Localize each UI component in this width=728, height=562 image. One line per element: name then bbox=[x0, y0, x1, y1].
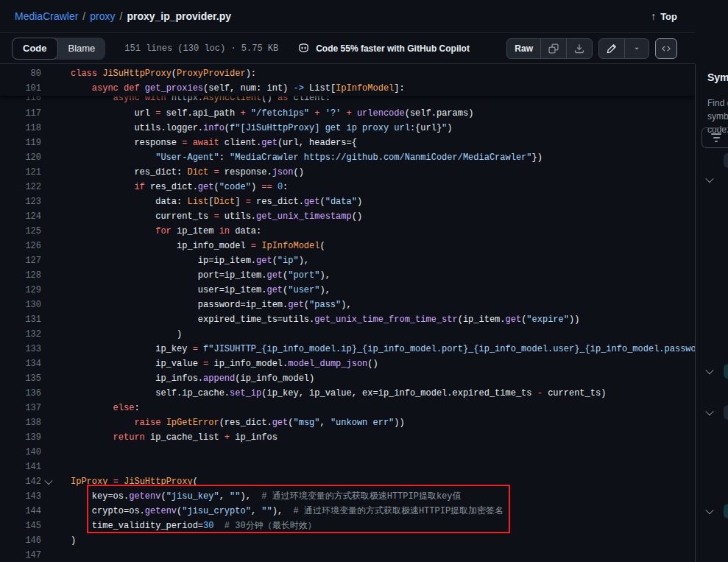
symbol-list-item[interactable] bbox=[702, 404, 728, 421]
line-number[interactable]: 140 bbox=[0, 445, 41, 460]
code-text: crypto=os.getenv("jisu_crypto", ""), # 通… bbox=[56, 504, 503, 519]
code-line-138: 138 raise IpGetError(res_dict.get("msg",… bbox=[0, 415, 695, 430]
line-number[interactable]: 144 bbox=[0, 504, 41, 519]
code-line-123: 123 data: List[Dict] = res_dict.get("dat… bbox=[0, 194, 695, 209]
breadcrumb-bar: MediaCrawler / proxy / proxy_ip_provider… bbox=[0, 0, 695, 33]
line-number[interactable]: 130 bbox=[0, 298, 41, 312]
symbol-pill[interactable] bbox=[724, 405, 728, 420]
copilot-banner[interactable]: Code 55% faster with GitHub Copilot bbox=[297, 42, 470, 55]
line-number[interactable]: 128 bbox=[0, 268, 41, 283]
line-number[interactable]: 139 bbox=[0, 430, 41, 445]
line-number[interactable]: 135 bbox=[0, 371, 41, 386]
chevron-down-icon[interactable] bbox=[702, 177, 718, 183]
line-number[interactable]: 126 bbox=[0, 239, 41, 253]
filter-icon bbox=[711, 133, 721, 142]
line-number[interactable]: 133 bbox=[0, 342, 41, 356]
line-number[interactable]: 132 bbox=[0, 327, 41, 342]
breadcrumb-file-name: proxy_ip_provider.py bbox=[127, 10, 231, 22]
code-line-141: 141 bbox=[0, 460, 695, 474]
line-number[interactable]: 134 bbox=[0, 356, 41, 371]
code-line-128: 128 port=ip_item.get("port"), bbox=[0, 268, 695, 283]
main-content: 80class JiSuHttpProxy(ProxyProvider):101… bbox=[0, 64, 728, 561]
code-line-117: 117 url = self.api_path + "/fetchips" + … bbox=[0, 106, 695, 121]
line-number[interactable]: 143 bbox=[0, 489, 41, 504]
code-line-134: 134 ip_value = ip_info_model.model_dump_… bbox=[0, 356, 695, 371]
code-line-131: 131 expired_time_ts=utils.get_unix_time_… bbox=[0, 312, 695, 327]
code-text bbox=[56, 548, 71, 561]
code-line-116: 116 async with httpx.AsyncClient() as cl… bbox=[0, 96, 695, 105]
code-text: ip_value = ip_info_model.model_dump_json… bbox=[56, 356, 378, 371]
line-number[interactable]: 122 bbox=[0, 180, 41, 194]
line-number[interactable]: 121 bbox=[0, 165, 41, 180]
edit-button[interactable] bbox=[599, 39, 624, 58]
line-number[interactable]: 101 bbox=[0, 81, 41, 96]
line-number[interactable]: 80 bbox=[0, 66, 41, 81]
code-line-126: 126 ip_info_model = IpInfoModel( bbox=[0, 239, 695, 253]
code-line-124: 124 current_ts = utils.get_unix_timestam… bbox=[0, 209, 695, 224]
code-text: port=ip_item.get("port"), bbox=[56, 268, 331, 283]
code-line-146: 146) bbox=[0, 533, 695, 548]
symbol-pill[interactable] bbox=[724, 504, 728, 519]
code-text: utils.logger.info(f"[JiSuHttpProxy] get … bbox=[56, 121, 453, 136]
code-line-119: 119 response = await client.get(url, hea… bbox=[0, 136, 695, 150]
code-text: IpProxy = JiSuHttpProxy( bbox=[56, 474, 198, 489]
breadcrumb: MediaCrawler / proxy / proxy_ip_provider… bbox=[15, 10, 231, 22]
line-number[interactable]: 127 bbox=[0, 253, 41, 268]
code-text: raise IpGetError(res_dict.get("msg", "un… bbox=[56, 415, 405, 430]
breadcrumb-folder-link[interactable]: proxy bbox=[90, 10, 115, 22]
chevron-down-icon[interactable] bbox=[702, 410, 718, 415]
breadcrumb-separator: / bbox=[119, 10, 122, 22]
symbol-pill[interactable] bbox=[724, 153, 728, 168]
line-number[interactable]: 142 bbox=[0, 474, 41, 489]
line-number[interactable]: 141 bbox=[0, 460, 41, 474]
symbol-list-item[interactable] bbox=[702, 152, 728, 169]
symbol-pill[interactable] bbox=[724, 364, 728, 379]
line-number[interactable]: 119 bbox=[0, 136, 41, 150]
symbols-filter-button[interactable] bbox=[702, 127, 728, 148]
code-text: async def get_proxies(self, num: int) ->… bbox=[56, 81, 405, 96]
back-to-top-link[interactable]: ↑ Top bbox=[651, 10, 677, 22]
code-line-136: 136 self.ip_cache.set_ip(ip_key, ip_valu… bbox=[0, 386, 695, 401]
line-number[interactable]: 117 bbox=[0, 106, 41, 121]
code-text: if res_dict.get("code") == 0: bbox=[56, 180, 288, 194]
symbols-pane-toggle-button[interactable] bbox=[655, 38, 677, 59]
line-number[interactable]: 147 bbox=[0, 548, 41, 561]
code-line-147: 147 bbox=[0, 548, 695, 561]
line-number[interactable]: 125 bbox=[0, 224, 41, 239]
line-number[interactable]: 120 bbox=[0, 150, 41, 165]
line-number[interactable]: 136 bbox=[0, 386, 41, 401]
chevron-down-icon[interactable] bbox=[702, 368, 718, 374]
line-number[interactable]: 129 bbox=[0, 283, 41, 298]
code-text: return ip_cache_list + ip_infos bbox=[56, 430, 278, 445]
download-button[interactable] bbox=[566, 39, 592, 58]
symbols-panel: Symbols Find definitions and references … bbox=[695, 64, 728, 562]
line-number[interactable]: 138 bbox=[0, 415, 41, 430]
code-line-145: 145 time_validity_period=30 # 30分钟（最长时效） bbox=[0, 519, 695, 533]
line-number[interactable]: 137 bbox=[0, 401, 41, 415]
code-text: time_validity_period=30 # 30分钟（最长时效） bbox=[56, 519, 317, 533]
line-number[interactable]: 123 bbox=[0, 194, 41, 209]
code-text: self.ip_cache.set_ip(ip_key, ip_value, e… bbox=[56, 386, 606, 401]
toolbar-actions: Raw bbox=[506, 38, 677, 59]
tab-code[interactable]: Code bbox=[12, 38, 58, 60]
line-number[interactable]: 116 bbox=[0, 96, 41, 105]
copy-button[interactable] bbox=[540, 39, 566, 58]
line-number[interactable]: 131 bbox=[0, 312, 41, 327]
code-text: key=os.getenv("jisu_key", ""), # 通过环境变量的… bbox=[56, 489, 462, 504]
code-text: res_dict: Dict = response.json() bbox=[56, 165, 304, 180]
line-number[interactable]: 146 bbox=[0, 533, 41, 548]
symbol-list-item[interactable] bbox=[702, 503, 728, 519]
tab-blame[interactable]: Blame bbox=[58, 38, 106, 60]
code-text: async with httpx.AsyncClient() as client… bbox=[56, 96, 331, 105]
copilot-icon bbox=[297, 42, 310, 55]
raw-button[interactable]: Raw bbox=[507, 39, 540, 58]
line-number[interactable]: 145 bbox=[0, 519, 41, 533]
chevron-down-icon[interactable] bbox=[702, 508, 718, 514]
symbol-list-item[interactable] bbox=[702, 172, 718, 188]
collapse-chevron-icon[interactable] bbox=[44, 477, 52, 485]
line-number[interactable]: 118 bbox=[0, 121, 41, 136]
symbol-list-item[interactable] bbox=[702, 363, 728, 379]
breadcrumb-repo-link[interactable]: MediaCrawler bbox=[15, 10, 78, 22]
edit-dropdown-button[interactable] bbox=[624, 39, 649, 58]
line-number[interactable]: 124 bbox=[0, 209, 41, 224]
